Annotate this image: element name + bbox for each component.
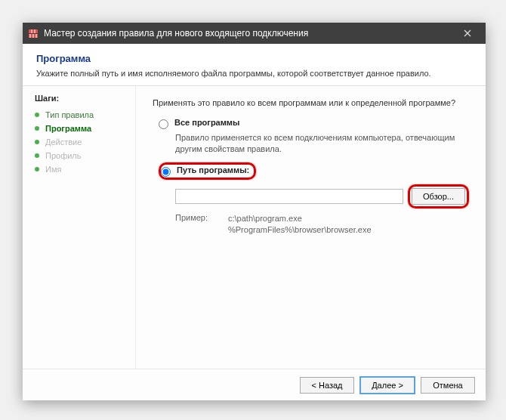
cancel-button[interactable]: Отмена bbox=[421, 377, 475, 394]
footer: < Назад Далее > Отмена bbox=[23, 369, 486, 400]
wizard-window: Мастер создания правила для нового входя… bbox=[23, 23, 486, 400]
steps-heading: Шаги: bbox=[35, 94, 128, 103]
sidebar: Шаги: Тип правила Программа Действие Про… bbox=[23, 86, 136, 369]
option-group: Все программы Правило применяется ко все… bbox=[159, 118, 469, 235]
header: Программа Укажите полный путь и имя испо… bbox=[23, 44, 486, 86]
path-row: Обзор... bbox=[175, 184, 469, 208]
page-title: Программа bbox=[36, 53, 472, 64]
bullet-icon bbox=[35, 140, 39, 144]
option-program-path[interactable]: Путь программы: bbox=[161, 165, 249, 177]
example-path-1: c:\path\program.exe bbox=[228, 213, 372, 224]
sidebar-item-label: Программа bbox=[45, 124, 91, 133]
body: Шаги: Тип правила Программа Действие Про… bbox=[23, 86, 486, 369]
option-all-label: Все программы bbox=[174, 118, 239, 127]
browse-highlight: Обзор... bbox=[408, 184, 469, 208]
radio-program-path[interactable] bbox=[161, 167, 171, 177]
bullet-icon bbox=[35, 153, 39, 158]
example-paths: c:\path\program.exe %ProgramFiles%\brows… bbox=[228, 213, 372, 236]
sidebar-item-program[interactable]: Программа bbox=[35, 124, 128, 133]
sidebar-item-label: Тип правила bbox=[45, 110, 94, 119]
sidebar-item-name[interactable]: Имя bbox=[35, 165, 128, 174]
bullet-icon bbox=[35, 126, 39, 131]
sidebar-item-label: Профиль bbox=[45, 151, 82, 160]
sidebar-item-label: Имя bbox=[45, 165, 61, 174]
browse-button[interactable]: Обзор... bbox=[412, 188, 465, 205]
window-title: Мастер создания правила для нового входя… bbox=[44, 28, 454, 39]
content-pane: Применять это правило ко всем программам… bbox=[136, 86, 486, 369]
firewall-icon bbox=[27, 27, 39, 39]
bullet-icon bbox=[35, 113, 39, 117]
example-path-2: %ProgramFiles%\browser\browser.exe bbox=[228, 224, 372, 236]
option-all-programs[interactable]: Все программы bbox=[159, 118, 469, 129]
next-button[interactable]: Далее > bbox=[360, 377, 415, 394]
option-path-highlight: Путь программы: bbox=[159, 162, 256, 180]
back-button[interactable]: < Назад bbox=[300, 377, 354, 394]
example-label: Пример: bbox=[175, 213, 228, 236]
close-icon bbox=[464, 29, 471, 37]
program-path-input[interactable] bbox=[175, 189, 403, 204]
page-subtitle: Укажите полный путь и имя исполняемого ф… bbox=[36, 69, 472, 78]
sidebar-item-action[interactable]: Действие bbox=[35, 137, 128, 147]
option-all-desc: Правило применяется ко всем подключениям… bbox=[175, 132, 469, 155]
bullet-icon bbox=[35, 167, 39, 171]
option-path-label: Путь программы: bbox=[177, 165, 249, 174]
radio-all-programs[interactable] bbox=[159, 119, 168, 129]
titlebar: Мастер создания правила для нового входя… bbox=[23, 23, 486, 44]
close-button[interactable] bbox=[454, 23, 481, 44]
sidebar-item-rule-type[interactable]: Тип правила bbox=[35, 110, 128, 119]
example-block: Пример: c:\path\program.exe %ProgramFile… bbox=[175, 213, 469, 236]
sidebar-item-profile[interactable]: Профиль bbox=[35, 151, 128, 160]
sidebar-item-label: Действие bbox=[45, 137, 82, 147]
question-text: Применять это правило ко всем программам… bbox=[153, 98, 469, 107]
svg-rect-0 bbox=[29, 29, 38, 33]
